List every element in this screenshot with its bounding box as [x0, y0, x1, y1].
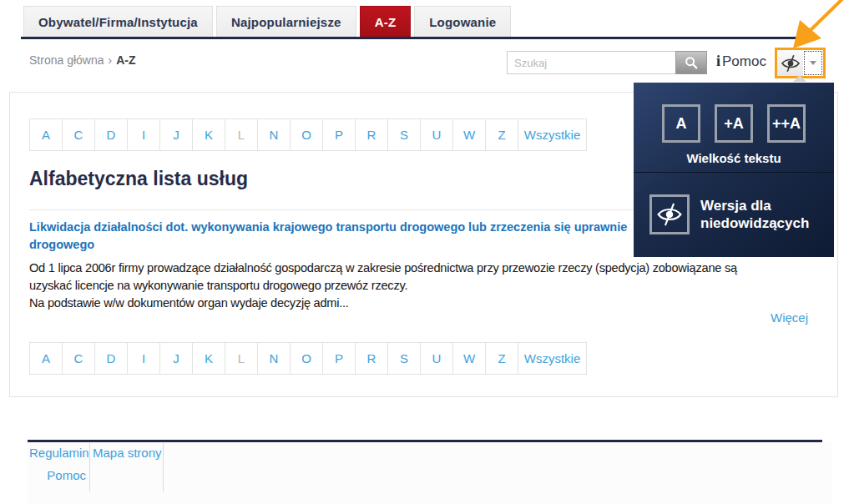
letter-cell[interactable]: A	[29, 342, 63, 375]
help-link[interactable]: i Pomoc	[716, 53, 766, 70]
letter-cell[interactable]: I	[127, 342, 160, 375]
tab-bar-underline	[21, 37, 816, 39]
letter-cell[interactable]: C	[62, 342, 95, 375]
search-button[interactable]	[675, 51, 707, 74]
letter-cell-all[interactable]: Wszystkie	[518, 118, 587, 151]
letter-cell[interactable]: N	[257, 118, 291, 151]
letter-cell[interactable]: U	[420, 342, 453, 375]
article-title-line2: drogowego	[29, 236, 627, 254]
footer-link-mapa-strony[interactable]: Mapa strony	[93, 446, 162, 460]
letter-cell[interactable]: K	[192, 342, 225, 375]
tab-a-z[interactable]: A-Z	[360, 6, 412, 37]
info-icon: i	[716, 53, 720, 70]
low-vision-version-option[interactable]: Wersja dla niedowidzących	[634, 173, 834, 256]
accessibility-dropdown-panel: A +A ++A Wielkość tekstu Wersja dla nied…	[634, 83, 834, 257]
letter-cell[interactable]: D	[94, 342, 128, 375]
accessibility-button-group	[775, 48, 826, 78]
letter-cell[interactable]: S	[387, 342, 421, 375]
chevron-down-icon	[810, 61, 816, 65]
search-input[interactable]	[507, 51, 676, 74]
letter-cell[interactable]: O	[290, 118, 323, 151]
footer-link-pomoc[interactable]: Pomoc	[29, 468, 86, 482]
article-description-line: Na podstawie w/w dokumentów organ wydaje…	[29, 295, 737, 312]
letter-cell[interactable]: J	[159, 118, 193, 151]
text-size-label: Wielkość tekstu	[634, 151, 834, 165]
letter-cell[interactable]: N	[257, 342, 291, 375]
breadcrumb-home-link[interactable]: Strona główna	[29, 53, 104, 67]
low-vision-eye-icon	[656, 201, 683, 228]
tab-obywatel-firma-instytucja[interactable]: Obywatel/Firma/Instytucja	[23, 6, 213, 37]
help-label: Pomoc	[722, 53, 766, 70]
letter-cell[interactable]: J	[159, 342, 193, 375]
footer-separator	[163, 443, 164, 491]
breadcrumb-separator: ›	[109, 53, 113, 67]
letter-cell[interactable]: R	[355, 342, 388, 375]
breadcrumb: Strona główna›A-Z	[29, 53, 136, 67]
text-size-largest-button[interactable]: ++A	[767, 104, 806, 143]
footer-link-regulamin[interactable]: Regulamin	[29, 446, 86, 460]
article-description-line: uzyskać licencje na wykonywanie transpor…	[29, 277, 737, 295]
letter-cell[interactable]: C	[62, 118, 95, 151]
letter-cell[interactable]: D	[94, 118, 128, 151]
letter-cell[interactable]: K	[192, 118, 225, 151]
dropdown-pointer-caret	[793, 75, 806, 82]
top-tab-bar: Obywatel/Firma/Instytucja Najpopularniej…	[23, 6, 511, 37]
letter-cell[interactable]: R	[355, 118, 388, 151]
letter-cell[interactable]: I	[127, 118, 160, 151]
more-link[interactable]: Więcej	[771, 310, 808, 325]
tab-logowanie[interactable]: Logowanie	[414, 6, 511, 37]
letter-cell[interactable]: Z	[485, 118, 518, 151]
letter-cell-all[interactable]: Wszystkie	[518, 342, 587, 375]
footer-separator	[89, 443, 90, 491]
article-title-line1: Likwidacja działalności dot. wykonywania…	[29, 219, 627, 236]
letter-nav-top: A C D I J K L N O P R S U W Z Wszystkie	[29, 118, 587, 151]
page-title: Alfabetyczna lista usług	[29, 168, 248, 190]
letter-cell[interactable]: W	[452, 342, 486, 375]
text-size-larger-button[interactable]: +A	[715, 104, 753, 143]
article-description-line: Od 1 lipca 2006r firmy prowadzące działa…	[29, 260, 737, 277]
letter-cell[interactable]: P	[322, 342, 356, 375]
letter-nav-bottom: A C D I J K L N O P R S U W Z Wszystkie	[29, 342, 587, 375]
breadcrumb-current: A-Z	[116, 53, 135, 67]
low-vision-eye-tile	[649, 194, 690, 234]
text-size-section: A +A ++A Wielkość tekstu	[634, 83, 834, 173]
tab-najpopularniejsze[interactable]: Najpopularniejsze	[216, 6, 356, 37]
letter-cell[interactable]: O	[290, 342, 323, 375]
magnifier-icon	[684, 55, 699, 70]
low-vision-toggle-button[interactable]	[777, 50, 803, 76]
article-title-link[interactable]: Likwidacja działalności dot. wykonywania…	[29, 219, 627, 254]
letter-cell[interactable]: P	[322, 118, 356, 151]
text-size-normal-button[interactable]: A	[662, 104, 700, 143]
letter-cell[interactable]: A	[29, 118, 63, 151]
accessibility-dropdown-button[interactable]	[804, 51, 822, 75]
letter-cell[interactable]: W	[452, 118, 486, 151]
letter-cell-disabled: L	[225, 342, 258, 375]
page: Obywatel/Firma/Instytucja Najpopularniej…	[0, 0, 849, 504]
low-vision-eye-icon	[781, 53, 801, 73]
low-vision-label: Wersja dla niedowidzących	[700, 197, 809, 232]
letter-cell[interactable]: S	[387, 118, 421, 151]
letter-cell[interactable]: U	[420, 118, 453, 151]
letter-cell-disabled: L	[225, 118, 258, 151]
article-description: Od 1 lipca 2006r firmy prowadzące działa…	[29, 260, 737, 312]
letter-cell[interactable]: Z	[485, 342, 518, 375]
